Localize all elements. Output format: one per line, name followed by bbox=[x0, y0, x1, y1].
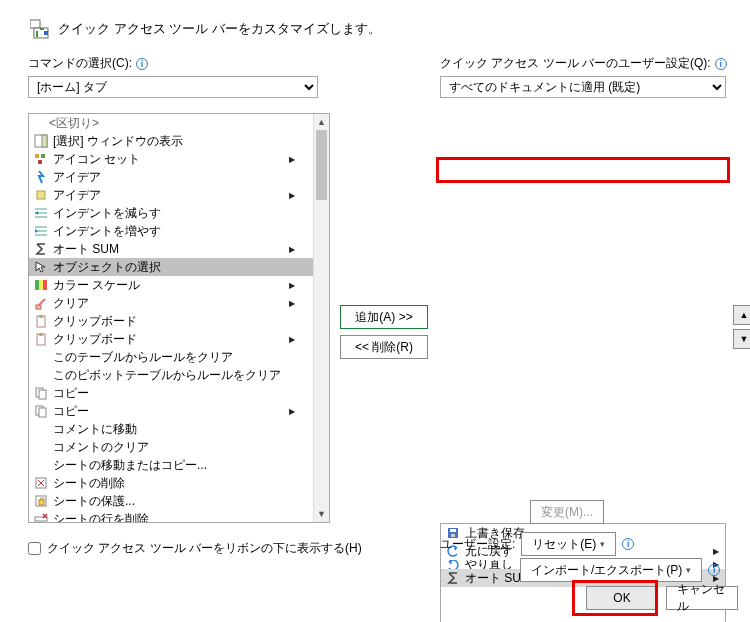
list-item[interactable]: シートの移動またはコピー... bbox=[29, 456, 313, 474]
scroll-down-icon[interactable]: ▼ bbox=[314, 506, 329, 522]
ok-button[interactable]: OK bbox=[586, 586, 658, 610]
none-icon bbox=[33, 439, 49, 455]
row-del-icon bbox=[33, 511, 49, 522]
svg-rect-7 bbox=[38, 160, 42, 164]
dialog-title-row: クイック アクセス ツール バーをカスタマイズします。 bbox=[30, 18, 381, 40]
svg-rect-24 bbox=[35, 517, 47, 521]
sigma-icon bbox=[33, 241, 49, 257]
svg-rect-14 bbox=[39, 315, 43, 318]
list-item[interactable]: クリア▶ bbox=[29, 294, 313, 312]
list-item[interactable]: コメントのクリア bbox=[29, 438, 313, 456]
svg-rect-0 bbox=[30, 20, 40, 28]
list-item-label: アイコン セット bbox=[53, 151, 140, 168]
move-buttons: ▲ ▼ bbox=[733, 305, 750, 349]
clipboard2-icon bbox=[33, 331, 49, 347]
list-item-label: オート SUM bbox=[53, 241, 119, 258]
indent-dec-icon bbox=[33, 205, 49, 221]
list-item-label: コメントのクリア bbox=[53, 439, 149, 456]
list-item[interactable]: コピー▶ bbox=[29, 402, 313, 420]
sigma-icon bbox=[445, 570, 461, 586]
list-item-label: オブジェクトの選択 bbox=[53, 259, 161, 276]
list-item[interactable]: このピボットテーブルからルールをクリア bbox=[29, 366, 313, 384]
svg-rect-16 bbox=[39, 333, 43, 336]
qat-user-label-row: クイック アクセス ツール バーのユーザー設定(Q): i bbox=[440, 55, 740, 72]
show-below-ribbon-checkbox[interactable] bbox=[28, 542, 41, 555]
reset-button[interactable]: リセット(E) bbox=[521, 532, 616, 556]
user-settings-row: ユーザー設定: リセット(E) i bbox=[440, 532, 634, 556]
info-icon[interactable]: i bbox=[136, 58, 148, 70]
list-item[interactable]: シートの保護... bbox=[29, 492, 313, 510]
list-item-label: クリップボード bbox=[53, 331, 137, 348]
list-item[interactable]: インデントを減らす bbox=[29, 204, 313, 222]
list-item[interactable]: クリップボード bbox=[29, 312, 313, 330]
left-listbox[interactable]: <区切り>[選択] ウィンドウの表示アイコン セット▶アイデアアイデア▶インデン… bbox=[28, 113, 330, 523]
svg-rect-6 bbox=[41, 154, 45, 158]
cancel-button[interactable]: キャンセル bbox=[666, 586, 738, 610]
none-icon bbox=[33, 421, 49, 437]
move-down-button[interactable]: ▼ bbox=[733, 329, 750, 349]
move-up-button[interactable]: ▲ bbox=[733, 305, 750, 325]
list-item-label: コピー bbox=[53, 403, 89, 420]
list-item[interactable]: シートの削除 bbox=[29, 474, 313, 492]
none-icon bbox=[33, 367, 49, 383]
info-icon[interactable]: i bbox=[715, 58, 727, 70]
list-item[interactable]: このテーブルからルールをクリア bbox=[29, 348, 313, 366]
info-icon[interactable]: i bbox=[708, 564, 720, 576]
submenu-arrow-icon: ▶ bbox=[289, 245, 295, 254]
info-icon[interactable]: i bbox=[622, 538, 634, 550]
svg-rect-5 bbox=[35, 154, 39, 158]
show-below-ribbon-label: クイック アクセス ツール バーをリボンの下に表示する(H) bbox=[47, 540, 362, 557]
list-item-label: やり直し bbox=[465, 560, 513, 569]
none-icon bbox=[33, 457, 49, 473]
command-choose-combo[interactable]: [ホーム] タブ bbox=[28, 76, 318, 98]
list-item-label: シートの行を削除 bbox=[53, 511, 149, 523]
command-choose-label-row: コマンドの選択(C): i bbox=[28, 55, 328, 72]
list-item[interactable]: アイデア bbox=[29, 168, 313, 186]
list-item[interactable]: オブジェクトの選択 bbox=[29, 258, 313, 276]
modify-button: 変更(M)... bbox=[530, 500, 604, 524]
list-item[interactable]: [選択] ウィンドウの表示 bbox=[29, 132, 313, 150]
right-column: クイック アクセス ツール バーのユーザー設定(Q): i すべてのドキュメント… bbox=[440, 55, 740, 98]
list-item[interactable]: <区切り> bbox=[29, 114, 313, 132]
list-item[interactable]: インデントを増やす bbox=[29, 222, 313, 240]
sheet-del-icon bbox=[33, 475, 49, 491]
import-export-row: インポート/エクスポート(P) i bbox=[520, 558, 720, 582]
copy-icon bbox=[33, 385, 49, 401]
qat-scope-combo[interactable]: すべてのドキュメントに適用 (既定) bbox=[440, 76, 726, 98]
list-item-label: アイデア bbox=[53, 187, 101, 204]
list-item[interactable]: シートの行を削除 bbox=[29, 510, 313, 522]
svg-rect-2 bbox=[44, 31, 48, 35]
remove-button[interactable]: << 削除(R) bbox=[340, 335, 428, 359]
list-item-label: コメントに移動 bbox=[53, 421, 137, 438]
list-item-label: <区切り> bbox=[49, 115, 99, 132]
show-below-ribbon-row[interactable]: クイック アクセス ツール バーをリボンの下に表示する(H) bbox=[28, 540, 362, 557]
svg-rect-20 bbox=[39, 408, 46, 417]
list-item-label: インデントを増やす bbox=[53, 223, 161, 240]
list-item[interactable]: アイデア▶ bbox=[29, 186, 313, 204]
copy2-icon bbox=[33, 403, 49, 419]
import-export-button[interactable]: インポート/エクスポート(P) bbox=[520, 558, 702, 582]
list-item[interactable]: カラー スケール▶ bbox=[29, 276, 313, 294]
list-item-label: シートの移動またはコピー... bbox=[53, 457, 207, 474]
select-icon bbox=[33, 259, 49, 275]
add-button[interactable]: 追加(A) >> bbox=[340, 305, 428, 329]
list-item-label: クリア bbox=[53, 295, 89, 312]
submenu-arrow-icon: ▶ bbox=[289, 299, 295, 308]
list-item[interactable]: コメントに移動 bbox=[29, 420, 313, 438]
list-item-label: アイデア bbox=[53, 169, 101, 186]
list-item-label: シートの保護... bbox=[53, 493, 135, 510]
left-scrollbar[interactable]: ▲ ▼ bbox=[313, 114, 329, 522]
clipboard-icon bbox=[33, 313, 49, 329]
list-item[interactable]: アイコン セット▶ bbox=[29, 150, 313, 168]
idea-icon bbox=[33, 169, 49, 185]
list-item[interactable]: オート SUM▶ bbox=[29, 240, 313, 258]
command-choose-label: コマンドの選択(C): bbox=[28, 55, 132, 72]
list-item-label: このテーブルからルールをクリア bbox=[53, 349, 233, 366]
list-item[interactable]: クリップボード▶ bbox=[29, 330, 313, 348]
scroll-thumb[interactable] bbox=[316, 130, 327, 200]
list-item[interactable]: コピー bbox=[29, 384, 313, 402]
svg-rect-11 bbox=[43, 280, 47, 290]
submenu-arrow-icon: ▶ bbox=[289, 191, 295, 200]
scroll-up-icon[interactable]: ▲ bbox=[314, 114, 329, 130]
qat-user-label: クイック アクセス ツール バーのユーザー設定(Q): bbox=[440, 55, 711, 72]
